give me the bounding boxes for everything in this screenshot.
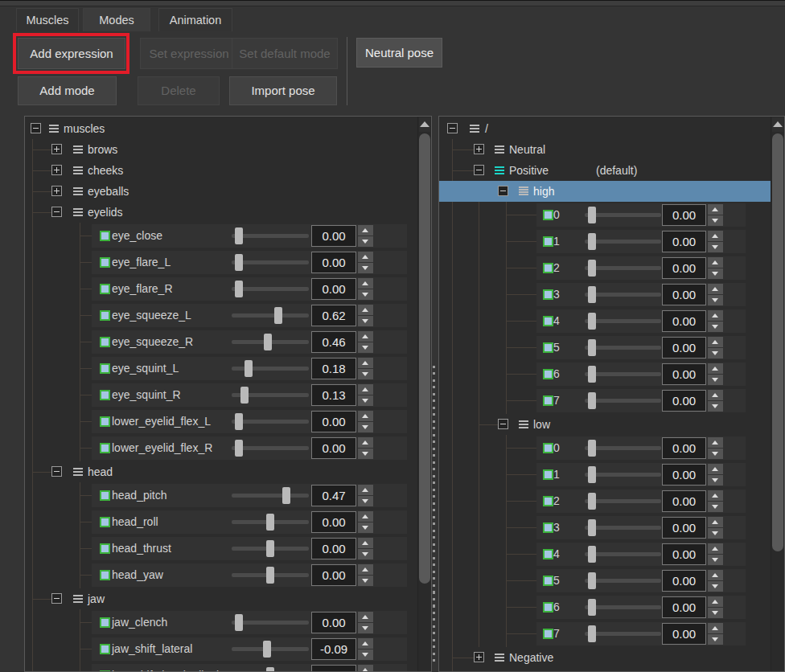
tree-label[interactable]: / — [485, 118, 488, 139]
slider-handle[interactable] — [282, 487, 290, 504]
slider-track[interactable] — [232, 234, 309, 238]
tree-expander-minus-icon[interactable] — [31, 123, 41, 133]
tree-expander-minus-icon[interactable] — [447, 123, 458, 133]
tree-item-jaw[interactable]: jaw — [25, 588, 417, 609]
value-input[interactable]: 0.00 — [662, 310, 706, 332]
tree-item-brows[interactable]: brows — [25, 139, 417, 160]
slider-handle[interactable] — [235, 227, 243, 244]
slider-handle[interactable] — [266, 540, 274, 557]
spin-down-button[interactable] — [358, 263, 373, 273]
spin-down-button[interactable] — [708, 322, 723, 332]
slider-track[interactable] — [232, 446, 309, 450]
tree-expander-plus-icon[interactable] — [51, 165, 62, 175]
spin-down-button[interactable] — [708, 634, 723, 645]
set-default-mode-button[interactable]: Set default mode — [232, 38, 338, 69]
import-pose-button[interactable]: Import pose — [229, 76, 337, 105]
spin-up-button[interactable] — [708, 257, 723, 268]
tree-label[interactable]: cheeks — [88, 160, 123, 181]
value-input[interactable]: 0.13 — [311, 384, 356, 406]
channel-checkbox-icon[interactable] — [100, 257, 110, 268]
spin-up-button[interactable] — [358, 511, 373, 522]
slider-track[interactable] — [585, 473, 661, 477]
slider-track[interactable] — [585, 526, 661, 530]
channel-checkbox-icon[interactable] — [543, 395, 553, 406]
tree-label[interactable]: muscles — [64, 118, 105, 139]
spin-down-button[interactable] — [358, 236, 373, 247]
slider-handle[interactable] — [588, 546, 596, 563]
slider-track[interactable] — [585, 446, 661, 450]
value-input[interactable]: 0.00 — [662, 257, 706, 279]
tree-item-eyeballs[interactable]: eyeballs — [25, 181, 417, 202]
tree-expander-minus-icon[interactable] — [51, 593, 62, 604]
channel-checkbox-icon[interactable] — [100, 570, 110, 580]
channel-checkbox-icon[interactable] — [543, 496, 553, 506]
value-input[interactable]: 0.00 — [311, 437, 356, 459]
slider-track[interactable] — [585, 399, 661, 403]
slider-handle[interactable] — [588, 625, 596, 642]
tree-item-muscles[interactable]: muscles — [25, 118, 417, 139]
spin-up-button[interactable] — [708, 543, 723, 554]
channel-checkbox-icon[interactable] — [543, 522, 553, 533]
scrollbar-thumb[interactable] — [772, 133, 783, 551]
spin-down-button[interactable] — [708, 242, 723, 252]
slider-track[interactable] — [232, 621, 309, 625]
value-input[interactable]: 0.00 — [662, 204, 706, 226]
value-input[interactable]: 0.00 — [311, 511, 356, 533]
value-input[interactable]: 0.00 — [662, 437, 706, 459]
channel-checkbox-icon[interactable] — [100, 443, 110, 453]
spin-up-button[interactable] — [708, 623, 723, 633]
tree-item-eyelids[interactable]: eyelids — [25, 202, 417, 223]
slider-track[interactable] — [585, 213, 661, 217]
slider-track[interactable] — [232, 494, 309, 498]
value-input[interactable]: 0.00 — [662, 596, 706, 618]
value-input[interactable]: 0.00 — [311, 411, 356, 432]
value-input[interactable]: 0.00 — [662, 231, 706, 252]
spin-up-button[interactable] — [708, 517, 723, 527]
scrollbar-thumb[interactable] — [419, 133, 430, 584]
delete-button[interactable]: Delete — [138, 76, 220, 105]
slider-handle[interactable] — [588, 519, 596, 536]
channel-checkbox-icon[interactable] — [543, 629, 553, 639]
spin-up-button[interactable] — [358, 564, 373, 575]
channel-checkbox-icon[interactable] — [543, 549, 553, 559]
spin-down-button[interactable] — [358, 316, 373, 326]
spin-up-button[interactable] — [708, 437, 723, 448]
spin-up-button[interactable] — [358, 411, 373, 421]
slider-track[interactable] — [585, 319, 661, 323]
spin-up-button[interactable] — [708, 204, 723, 215]
slider-track[interactable] — [585, 552, 661, 556]
slider-handle[interactable] — [266, 567, 274, 584]
tree-expander-minus-icon[interactable] — [51, 207, 62, 217]
slider-handle[interactable] — [266, 514, 274, 531]
slider-handle[interactable] — [588, 313, 596, 330]
slider-handle[interactable] — [588, 339, 596, 356]
value-input[interactable]: 0.00 — [662, 337, 706, 359]
scroll-up-icon[interactable] — [419, 117, 430, 132]
spin-down-button[interactable] — [708, 581, 723, 592]
slider-track[interactable] — [585, 293, 661, 297]
slider-handle[interactable] — [588, 392, 596, 409]
tree-expander-plus-icon[interactable] — [51, 144, 62, 154]
slider-track[interactable] — [232, 420, 309, 424]
tree-item-low[interactable]: low — [439, 414, 771, 435]
value-input[interactable]: 0.46 — [311, 331, 356, 353]
channel-checkbox-icon[interactable] — [543, 316, 553, 326]
value-input[interactable]: 0.00 — [662, 490, 706, 512]
slider-track[interactable] — [585, 346, 661, 350]
tree-label[interactable]: Effort — [509, 668, 536, 671]
channel-checkbox-icon[interactable] — [100, 490, 110, 501]
spin-up-button[interactable] — [708, 363, 723, 374]
slider-handle[interactable] — [235, 440, 243, 457]
spin-down-button[interactable] — [358, 449, 373, 459]
tree-label[interactable]: Negative — [509, 647, 553, 668]
slider-handle[interactable] — [274, 307, 282, 324]
spin-down-button[interactable] — [358, 422, 373, 432]
tree-item-high[interactable]: high — [439, 181, 771, 202]
channel-checkbox-icon[interactable] — [100, 310, 110, 321]
spin-down-button[interactable] — [708, 375, 723, 385]
channel-checkbox-icon[interactable] — [543, 210, 553, 220]
spin-down-button[interactable] — [358, 649, 373, 660]
tree-label[interactable]: eyeballs — [88, 181, 129, 202]
slider-handle[interactable] — [588, 440, 596, 457]
spin-up-button[interactable] — [358, 225, 373, 236]
